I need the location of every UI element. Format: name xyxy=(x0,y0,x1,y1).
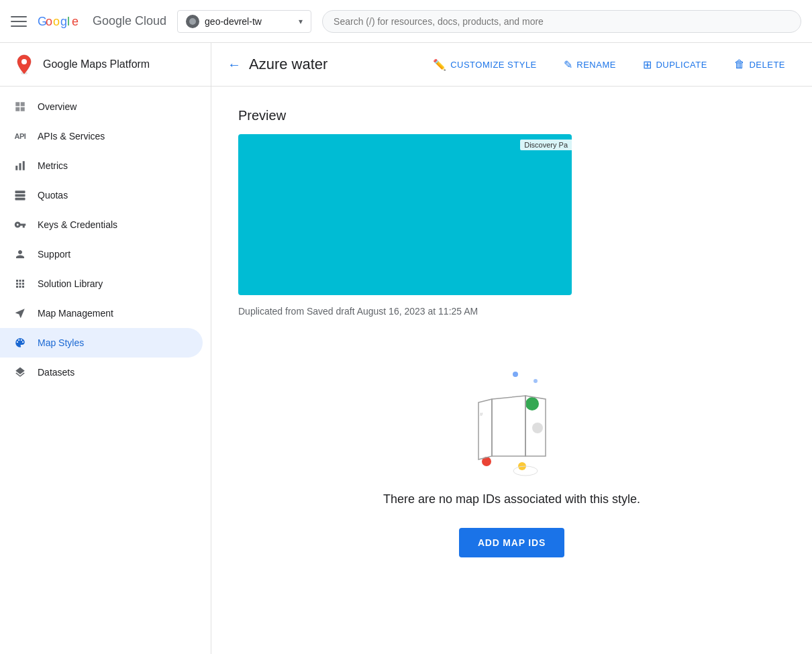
topbar-logo-text: Google Cloud xyxy=(93,14,166,28)
sidebar-nav: Overview API APIs & Services Metrics Quo… xyxy=(0,87,211,392)
customize-style-button[interactable]: ✏️ CUSTOMIZE STYLE xyxy=(422,53,548,76)
svg-rect-13 xyxy=(15,198,26,201)
apps-icon xyxy=(13,277,27,290)
svg-point-16 xyxy=(525,397,539,411)
sidebar-item-quotas[interactable]: Quotas xyxy=(0,180,203,210)
maps-pin-icon xyxy=(13,54,35,75)
map-ids-section: # There are no map IDs associated with t… xyxy=(238,349,785,571)
sidebar-item-support[interactable]: Support xyxy=(0,239,203,269)
sidebar: Google Maps Platform Overview API APIs &… xyxy=(0,43,211,654)
sidebar-item-apis[interactable]: API APIs & Services xyxy=(0,121,203,151)
project-selector[interactable]: geo-devrel-tw ▾ xyxy=(177,10,311,33)
grid-icon xyxy=(13,100,27,113)
layout: Google Maps Platform Overview API APIs &… xyxy=(0,43,812,654)
api-icon: API xyxy=(13,129,27,143)
svg-text:o: o xyxy=(53,15,60,28)
duplicate-info: Duplicated from Saved draft August 16, 2… xyxy=(238,306,785,317)
sidebar-item-datasets[interactable]: Datasets xyxy=(0,358,203,387)
sidebar-item-apis-label: APIs & Services xyxy=(38,131,105,142)
sidebar-item-metrics-label: Metrics xyxy=(38,160,68,171)
main-content: ← Azure water ✏️ CUSTOMIZE STYLE ✎ RENAM… xyxy=(211,43,812,654)
map-illustration: # xyxy=(458,362,566,476)
map-preview-bg: Discovery Pa Barry xyxy=(238,134,572,295)
subheader-title: Azure water xyxy=(249,56,422,73)
no-map-ids-text: There are no map IDs associated with thi… xyxy=(383,492,640,506)
sidebar-item-solution-library[interactable]: Solution Library xyxy=(0,269,203,298)
trash-icon: 🗑 xyxy=(734,58,746,70)
palette-icon xyxy=(13,336,27,349)
chevron-down-icon: ▾ xyxy=(299,17,303,26)
sidebar-brand: Google Maps Platform xyxy=(0,43,211,87)
plus-box-icon: ⊞ xyxy=(643,58,652,71)
duplicate-button[interactable]: ⊞ DUPLICATE xyxy=(632,53,718,76)
subheader-actions: ✏️ CUSTOMIZE STYLE ✎ RENAME ⊞ DUPLICATE … xyxy=(422,53,796,76)
sidebar-brand-text: Google Maps Platform xyxy=(43,58,150,72)
search-input[interactable] xyxy=(322,10,801,33)
layers-icon xyxy=(13,366,27,379)
add-map-ids-button[interactable]: ADD MAP IDS xyxy=(459,528,564,557)
key-icon xyxy=(13,218,27,231)
sidebar-item-map-styles[interactable]: Map Styles xyxy=(0,328,203,358)
sidebar-item-keys[interactable]: Keys & Credentials xyxy=(0,210,203,239)
bar-chart-icon xyxy=(13,159,27,172)
svg-text:e: e xyxy=(72,15,79,28)
menu-icon[interactable] xyxy=(11,13,27,30)
back-button[interactable]: ← xyxy=(227,57,241,72)
sidebar-item-keys-label: Keys & Credentials xyxy=(38,219,117,230)
svg-rect-10 xyxy=(23,161,25,170)
svg-text:g: g xyxy=(60,15,67,28)
project-name: geo-devrel-tw xyxy=(205,16,293,27)
sidebar-item-solution-library-label: Solution Library xyxy=(38,278,103,289)
svg-text:#: # xyxy=(480,411,483,417)
svg-point-15 xyxy=(534,379,538,383)
svg-text:o: o xyxy=(46,15,52,28)
subheader: ← Azure water ✏️ CUSTOMIZE STYLE ✎ RENAM… xyxy=(211,43,812,87)
map-area-label: Discovery Pa xyxy=(520,140,572,150)
svg-rect-11 xyxy=(15,190,26,193)
svg-rect-8 xyxy=(15,166,17,170)
no-map-ids-illustration: # xyxy=(458,362,566,476)
svg-point-14 xyxy=(513,372,518,377)
topbar: G o o g l e Google Cloud geo-devrel-tw ▾ xyxy=(0,0,812,43)
sidebar-item-quotas-label: Quotas xyxy=(38,190,68,201)
sidebar-item-metrics[interactable]: Metrics xyxy=(0,151,203,180)
sidebar-item-datasets-label: Datasets xyxy=(38,367,74,378)
person-icon xyxy=(13,248,27,261)
google-cloud-logo: G o o g l e Google Cloud xyxy=(38,13,166,30)
svg-point-7 xyxy=(21,59,27,64)
map-preview: Discovery Pa Barry xyxy=(238,134,572,295)
svg-rect-9 xyxy=(19,163,21,170)
sidebar-item-support-label: Support xyxy=(38,249,70,260)
storage-icon xyxy=(13,188,27,202)
sidebar-item-overview[interactable]: Overview xyxy=(0,92,203,121)
edit-icon: ✎ xyxy=(564,58,573,71)
delete-button[interactable]: 🗑 DELETE xyxy=(723,53,796,76)
svg-rect-12 xyxy=(15,195,26,197)
preview-label: Preview xyxy=(238,108,785,123)
sidebar-item-overview-label: Overview xyxy=(38,101,77,112)
rename-button[interactable]: ✎ RENAME xyxy=(553,53,627,76)
svg-text:l: l xyxy=(67,15,70,28)
svg-point-17 xyxy=(532,423,543,433)
sidebar-item-map-management-label: Map Management xyxy=(38,308,113,319)
google-logo-svg: G o o g l e xyxy=(38,13,87,30)
project-icon xyxy=(186,15,199,28)
sidebar-item-map-management[interactable]: Map Management xyxy=(0,298,203,328)
map-book-icon xyxy=(13,307,27,320)
sidebar-item-map-styles-label: Map Styles xyxy=(38,337,84,348)
pencil-icon: ✏️ xyxy=(433,58,447,71)
content-area: Preview Discovery Pa Barry Duplicated fr… xyxy=(211,87,812,592)
